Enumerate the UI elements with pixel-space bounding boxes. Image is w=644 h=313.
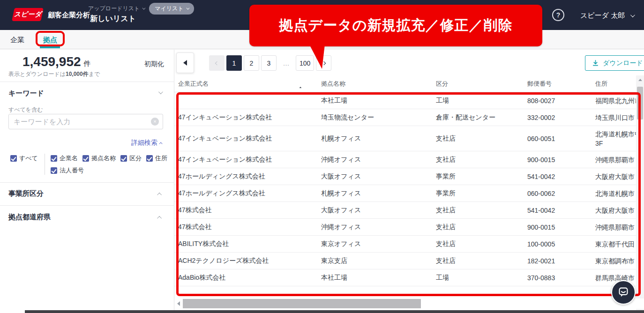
table-row[interactable]: 47株式会社 沖縄オフィス 支社店 900-0015 沖縄県那覇市 (174, 219, 644, 236)
checkbox-category[interactable]: 区分 (120, 154, 142, 163)
table-row[interactable]: AdaBio株式会社 本社工場 工場 370-0883 群馬県高崎市 (174, 269, 644, 286)
checked-checkbox-icon (120, 155, 127, 162)
my-list-dropdown[interactable]: マイリスト (149, 3, 194, 15)
cell-zip: 370-0883 (527, 274, 595, 282)
cell-site: 本社工場 (321, 274, 436, 282)
checkbox-address[interactable]: 住所 (146, 154, 167, 163)
table-row[interactable]: 本社工場 工場 808-0027 福岡県北九州市 (174, 92, 644, 109)
cell-category: 事業所 (436, 172, 527, 181)
collapse-sidebar-button[interactable] (176, 52, 194, 73)
checkbox-site-name[interactable]: 拠点名称 (82, 154, 116, 163)
table-row[interactable]: 47インキュベーション株式会社 埼玉物流センター 倉庫・配送センター 332-0… (174, 109, 644, 126)
page-button-1[interactable]: 1 (226, 55, 242, 71)
cell-zip: 060-0051 (527, 135, 595, 142)
cell-company: ACH2テクノロジーズ株式会社 (174, 257, 321, 265)
prev-page-button[interactable] (209, 55, 225, 71)
chevron-up-icon[interactable] (157, 216, 162, 221)
column-header-site[interactable]: 拠点名称 (321, 80, 436, 88)
cell-zip: 182-0021 (527, 257, 595, 265)
cell-company: ABILITY株式会社 (174, 240, 321, 248)
current-list-name: 新しいリスト (90, 14, 136, 24)
checkbox-corporate-number[interactable]: 法人番号 (51, 166, 84, 175)
chat-launcher-button[interactable] (611, 280, 636, 305)
column-header-zip[interactable]: 郵便番号 (527, 80, 595, 88)
table-row[interactable]: 47インキュベーション株式会社 札幌オフィス 支社店 060-0051 北海道札… (174, 126, 644, 151)
upload-list-dropdown[interactable]: アップロードリスト (88, 5, 144, 13)
column-header-category[interactable]: 区分 (436, 80, 527, 88)
keyword-input[interactable] (8, 114, 163, 129)
table-row[interactable]: 47ホールディングス株式会社 大阪オフィス 事業所 541-0042 大阪府大阪… (174, 168, 644, 185)
cell-company: 47株式会社 (174, 206, 321, 215)
column-header-company[interactable]: 企業正式名 (174, 80, 321, 88)
chevron-up-icon (159, 142, 163, 145)
filter-sidebar: 1,459,952件 初期化 表示とダウンロードは10,000件まで キーワード… (0, 50, 174, 313)
tab-company[interactable]: 企業 (10, 36, 24, 45)
cell-category: 事業所 (436, 189, 527, 198)
divider (0, 82, 174, 82)
cell-company: 47インキュベーション株式会社 (174, 134, 321, 143)
cell-zip: 900-0015 (527, 156, 595, 164)
app-title: 顧客企業分析 (48, 11, 90, 20)
chat-bubble-icon (616, 285, 631, 300)
sort-ascending-icon (299, 87, 302, 88)
scroll-up-button[interactable] (636, 75, 644, 84)
cell-company: AdaBio株式会社 (174, 274, 321, 282)
advanced-search-link[interactable]: 詳細検索 (131, 139, 163, 147)
page-button-2[interactable]: 2 (244, 55, 259, 71)
cell-company: 47ホールディングス株式会社 (174, 172, 321, 181)
user-menu[interactable]: スピーダ 太郎 (580, 11, 634, 20)
page-button-3[interactable]: 3 (261, 55, 277, 71)
checkbox-company-name[interactable]: 企業名 (51, 154, 78, 163)
keyword-input-wrap: × (8, 114, 163, 129)
table-body: 本社工場 工場 808-0027 福岡県北九州市 47インキュベーション株式会社… (174, 92, 644, 286)
clear-input-icon[interactable]: × (151, 118, 159, 126)
user-name: スピーダ 太郎 (580, 11, 625, 20)
app-window: スピーダ 顧客企業分析 アップロードリスト マイリスト 新しいリスト ? スピー… (0, 0, 644, 313)
reset-button[interactable]: 初期化 (144, 60, 164, 68)
chevron-down-icon[interactable] (158, 89, 163, 94)
table-row[interactable]: ACH2テクノロジーズ株式会社 東京支店 支社店 182-0021 東京都調布市 (174, 253, 644, 269)
cell-category: 工場 (436, 274, 527, 282)
divider (0, 205, 174, 206)
cell-category: 支社店 (436, 134, 527, 143)
table-row[interactable]: 47株式会社 大阪オフィス 支社店 541-0042 大阪府大阪市 (174, 202, 644, 219)
table-row[interactable]: 47インキュベーション株式会社 沖縄オフィス 支社店 900-0015 沖縄県那… (174, 151, 644, 168)
vertical-scrollbar[interactable] (636, 75, 644, 313)
chevron-down-icon (186, 7, 189, 10)
chevron-up-icon[interactable] (157, 193, 162, 197)
scroll-left-button[interactable] (174, 298, 183, 309)
cell-zip: 808-0027 (527, 97, 595, 104)
cell-site: 札幌オフィス (321, 189, 436, 198)
cell-site: 埼玉物流センター (321, 113, 436, 122)
table-row[interactable]: 47ホールディングス株式会社 札幌オフィス 事業所 060-0062 北海道札幌… (174, 185, 644, 202)
divider (0, 182, 174, 183)
horizontal-scrollbar[interactable] (174, 298, 644, 309)
cell-zip: 100-0005 (527, 240, 595, 248)
active-tab-underline (40, 46, 60, 48)
vertical-scrollbar-thumb[interactable] (637, 87, 643, 119)
checked-checkbox-icon (51, 167, 57, 174)
field-checkbox-group: 企業名 拠点名称 区分 住所 法人番号 (51, 154, 168, 175)
table-row[interactable]: ABILITY株式会社 東京オフィス 支社店 100-0005 東京都千代田 (174, 236, 644, 253)
cell-category: 支社店 (436, 257, 527, 265)
divider (45, 154, 45, 175)
horizontal-scrollbar-thumb[interactable] (183, 299, 421, 308)
download-button[interactable]: ダウンロード (585, 55, 644, 71)
speeda-logo[interactable]: スピーダ (12, 8, 44, 21)
checked-checkbox-icon (146, 155, 153, 162)
download-icon (592, 60, 599, 67)
tab-site[interactable]: 拠点 (43, 36, 57, 45)
cell-site: 沖縄オフィス (321, 156, 436, 164)
cell-site: 沖縄オフィス (321, 223, 436, 231)
chevron-down-icon (142, 7, 146, 10)
cell-category: 支社店 (436, 206, 527, 215)
triangle-up-icon (638, 79, 642, 81)
cell-company: 47ホールディングス株式会社 (174, 189, 321, 198)
cell-site: 本社工場 (321, 97, 436, 105)
cell-site: 東京支店 (321, 257, 436, 265)
office-category-section-title: 事業所区分 (8, 189, 44, 198)
site-prefecture-section-title: 拠点都道府県 (8, 213, 51, 222)
help-button[interactable]: ? (552, 9, 564, 21)
checkbox-all[interactable]: すべて (10, 154, 38, 163)
cell-zip: 541-0042 (527, 173, 595, 180)
